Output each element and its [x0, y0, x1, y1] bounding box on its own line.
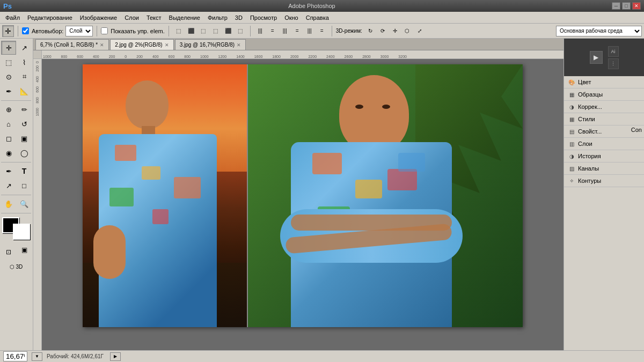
tab-close-0[interactable]: ✕ [100, 42, 104, 48]
panel-ai-btn[interactable]: Ai [608, 46, 619, 57]
panel-color[interactable]: 🎨 Цвет [564, 76, 644, 88]
tool-row-6: ⌂ ↺ [1, 117, 32, 131]
panel-styles[interactable]: ▦ Стили [564, 113, 644, 125]
panel-side-btns: Ai ⋮ [608, 46, 619, 69]
maximize-button[interactable]: □ [622, 2, 631, 10]
menu-help[interactable]: Справка [303, 13, 332, 22]
styles-icon: ▦ [567, 115, 576, 123]
distribute5-icon[interactable]: = [316, 26, 328, 36]
ruler-h-track: 1000 800 600 400 200 0 200 400 600 800 1… [42, 50, 564, 58]
blur-tool[interactable]: ◉ [1, 146, 16, 160]
distribute-h-icon[interactable]: ||| [254, 26, 266, 36]
panel-correction[interactable]: ◑ Коррек... [564, 101, 644, 113]
background-color[interactable] [13, 224, 30, 240]
minimize-button[interactable]: ─ [612, 2, 620, 10]
separator3 [169, 26, 169, 36]
tool-row-3: ⊙ ⌗ [1, 70, 32, 84]
hand-tool[interactable]: ✋ [1, 197, 16, 211]
move-tool[interactable]: ✛ [1, 41, 16, 55]
panel-layers[interactable]: ▥ Слои [564, 138, 644, 150]
artboard-tool[interactable]: ↗ [17, 41, 32, 55]
menu-text[interactable]: Текст [143, 13, 165, 22]
3d-slide-icon[interactable]: ⬡ [401, 26, 413, 36]
color-selector [1, 217, 31, 240]
pen-tool[interactable]: ✒ [1, 164, 16, 178]
3d-roll-icon[interactable]: ⟳ [377, 26, 389, 36]
menu-layers[interactable]: Слои [121, 13, 142, 22]
menu-edit[interactable]: Редактирование [24, 13, 76, 22]
autoselect-checkbox[interactable] [22, 27, 29, 34]
3d-scale-icon[interactable]: ⤢ [414, 26, 426, 36]
options-move-tool[interactable]: ✛ [2, 25, 14, 37]
distribute-v-icon[interactable]: = [267, 26, 279, 36]
spot-heal-tool[interactable]: ⊕ [1, 102, 16, 116]
distribute4-icon[interactable]: ||| [304, 26, 316, 36]
menu-view[interactable]: Просмотр [247, 13, 280, 22]
panel-swatches[interactable]: ▦ Образцы [564, 88, 644, 101]
doc-tab-2[interactable]: 3.jpg @ 16,7%(RGB/8) ✕ [175, 39, 246, 50]
rect-select-tool[interactable]: ⬚ [1, 55, 16, 69]
panel-play-btn[interactable]: ▶ [590, 51, 603, 64]
distribute3-icon[interactable]: = [291, 26, 303, 36]
show-transform-checkbox[interactable] [101, 27, 108, 34]
ruler-corner [33, 50, 42, 59]
history-icon: ◑ [567, 152, 576, 160]
text-tool[interactable]: T [17, 164, 32, 178]
person-left-head [126, 80, 169, 129]
shape-tool[interactable]: □ [17, 179, 32, 193]
gradient-tool[interactable]: ▣ [17, 131, 32, 145]
quick-select-tool[interactable]: ⊙ [1, 70, 16, 84]
zoom-arrow[interactable]: ▼ [32, 352, 42, 361]
crop-tool[interactable]: ⌗ [17, 70, 32, 84]
panel-channels[interactable]: ▨ Каналы [564, 162, 644, 175]
align-center-icon[interactable]: ⬛ [185, 26, 197, 36]
clone-stamp-tool[interactable]: ⌂ [1, 117, 16, 131]
history-brush-tool[interactable]: ↺ [17, 117, 32, 131]
zoom-tool[interactable]: 🔍 [17, 197, 32, 211]
3d-tool[interactable]: ⬡ 3D [1, 260, 31, 274]
align-top-icon[interactable]: ⬚ [210, 26, 222, 36]
status-info-arrow[interactable]: ▶ [110, 352, 121, 361]
ruler-tool[interactable]: 📐 [17, 84, 32, 98]
close-button[interactable]: ✕ [632, 2, 641, 10]
eraser-tool[interactable]: ◻ [1, 131, 16, 145]
menu-file[interactable]: Файл [2, 13, 23, 22]
doc-tab-1[interactable]: 2.jpg @ 2%(RGB/8) ✕ [110, 39, 174, 50]
align-right-icon[interactable]: ⬚ [197, 26, 209, 36]
panel-history[interactable]: ◑ История [564, 150, 644, 162]
zoom-input[interactable] [3, 351, 27, 361]
shirt-patch-4 [152, 209, 169, 224]
canvas-scroll[interactable] [42, 59, 564, 350]
align-middle-icon[interactable]: ⬛ [222, 26, 234, 36]
menu-filter[interactable]: Фильтр [204, 13, 231, 22]
tool-separator-2 [1, 162, 31, 162]
tool-row-10: ↗ □ [1, 179, 32, 193]
3d-rotate-icon[interactable]: ↻ [364, 26, 376, 36]
eyedropper-tool[interactable]: ✒ [1, 84, 16, 98]
autoselect-dropdown[interactable]: Слой [65, 26, 93, 36]
align-bottom-icon[interactable]: ⬚ [235, 26, 246, 36]
tab-close-2[interactable]: ✕ [237, 42, 241, 48]
tool-row-4: ✒ 📐 [1, 84, 32, 98]
dodge-tool[interactable]: ◯ [17, 146, 32, 160]
3d-pan-icon[interactable]: ✛ [389, 26, 401, 36]
lasso-tool[interactable]: ⌇ [17, 55, 32, 69]
panel-extra-btn[interactable]: ⋮ [608, 58, 619, 69]
panel-paths[interactable]: ⟡ Контуры [564, 175, 644, 187]
screen-mode-btn[interactable]: ▣ [17, 243, 32, 257]
doc-tab-0[interactable]: 6,7% (Слой 1, RGB/8) * ✕ [35, 39, 109, 50]
menu-window[interactable]: Окно [281, 13, 302, 22]
brush-tool[interactable]: ✏ [17, 102, 32, 116]
tool-row-1: ✛ ↗ [1, 41, 32, 55]
align-left-icon[interactable]: ⬚ [173, 26, 185, 36]
menu-3d[interactable]: 3D [232, 13, 246, 22]
workspace-dropdown[interactable]: Основная рабочая среда [556, 26, 642, 36]
quick-mask-btn[interactable]: ⊡ [1, 245, 16, 259]
menu-image[interactable]: Изображение [77, 13, 120, 22]
distribute2-icon[interactable]: ||| [279, 26, 291, 36]
tool-separator-4 [1, 213, 31, 213]
tab-close-1[interactable]: ✕ [165, 42, 169, 48]
separator [18, 26, 18, 36]
menu-select[interactable]: Выделение [166, 13, 203, 22]
path-select-tool[interactable]: ↗ [1, 179, 16, 193]
